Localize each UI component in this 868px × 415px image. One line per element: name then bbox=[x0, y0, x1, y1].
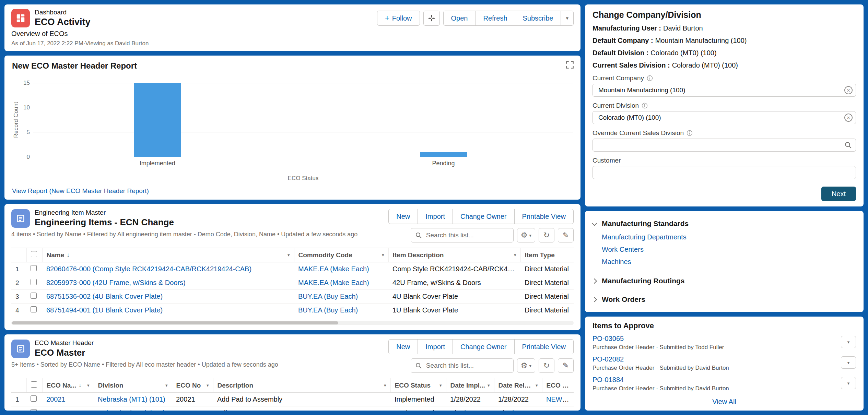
item-name-link[interactable]: 82059973-000 (42U Frame, w/Skins & Doors… bbox=[46, 279, 186, 286]
bar-pending[interactable] bbox=[420, 83, 467, 157]
accordion-header-manufacturing-routings[interactable]: Manufacturing Routings bbox=[593, 277, 856, 285]
row-checkbox[interactable] bbox=[31, 265, 37, 271]
list-refresh-button[interactable]: ↻ bbox=[539, 358, 554, 373]
customer-input[interactable] bbox=[593, 166, 856, 179]
bar[interactable] bbox=[134, 83, 181, 157]
column-header-date-released[interactable]: Date Rele... ▾ bbox=[494, 378, 542, 393]
chevron-down-icon: ▾ bbox=[847, 381, 850, 386]
chevron-down-icon[interactable]: ▾ bbox=[288, 252, 290, 258]
accordion-header-manufacturing-standards[interactable]: Manufacturing Standards bbox=[593, 220, 856, 228]
printable-view-button[interactable]: Printable View bbox=[514, 339, 574, 354]
follow-button[interactable]: + Follow bbox=[377, 11, 420, 26]
refresh-button[interactable]: Refresh bbox=[476, 11, 515, 26]
chevron-down-icon[interactable]: ▾ bbox=[488, 383, 490, 388]
machines-link[interactable]: Machines bbox=[602, 258, 856, 266]
change-owner-button[interactable]: Change Owner bbox=[453, 339, 515, 354]
chevron-down-icon[interactable]: ▾ bbox=[439, 383, 442, 388]
division-link[interactable]: Nebraska (MT1) (101) bbox=[98, 409, 165, 411]
printable-view-button[interactable]: Printable View bbox=[514, 209, 574, 224]
manufacturing-departments-link[interactable]: Manufacturing Departments bbox=[602, 233, 856, 241]
approval-actions-dropdown[interactable]: ▾ bbox=[841, 336, 856, 348]
current-division-input[interactable] bbox=[593, 111, 856, 124]
select-all-checkbox[interactable] bbox=[31, 381, 37, 388]
subscribe-button[interactable]: Subscribe bbox=[515, 11, 561, 26]
search-input[interactable] bbox=[411, 358, 514, 373]
eco-reason-link[interactable]: NEWDEV bbox=[546, 409, 574, 411]
commodity-code-link[interactable]: MAKE.EA (Make Each) bbox=[298, 279, 369, 286]
new-button[interactable]: New bbox=[388, 209, 418, 224]
chevron-down-icon[interactable]: ▾ bbox=[165, 383, 168, 388]
slack-share-button[interactable] bbox=[423, 11, 440, 26]
column-header-eco-reason[interactable]: ECO Re... bbox=[542, 378, 574, 393]
bar-implemented[interactable] bbox=[134, 83, 181, 157]
current-company-input[interactable] bbox=[593, 84, 856, 97]
item-name-link[interactable]: 68751536-002 (4U Blank Cover Plate) bbox=[46, 293, 163, 300]
change-owner-button[interactable]: Change Owner bbox=[453, 209, 515, 224]
list-edit-button[interactable]: ✎ bbox=[558, 228, 574, 242]
division-link[interactable]: Nebraska (MT1) (101) bbox=[98, 395, 165, 403]
open-button[interactable]: Open bbox=[443, 11, 476, 26]
approval-actions-dropdown[interactable]: ▾ bbox=[841, 377, 856, 389]
po-link[interactable]: PO-02082 bbox=[593, 355, 624, 363]
select-all-checkbox[interactable] bbox=[31, 251, 37, 257]
column-header-division[interactable]: Division ▾ bbox=[94, 378, 172, 393]
import-button[interactable]: Import bbox=[418, 209, 453, 224]
view-all-link[interactable]: View All bbox=[712, 398, 736, 405]
commodity-code-link[interactable]: BUY.EA (Buy Each) bbox=[298, 306, 358, 314]
search-input[interactable] bbox=[411, 228, 514, 242]
eco-name-link[interactable]: 20020 bbox=[46, 409, 66, 411]
import-button[interactable]: Import bbox=[418, 339, 453, 354]
row-checkbox[interactable] bbox=[31, 279, 37, 285]
eco-name-link[interactable]: 20021 bbox=[46, 395, 66, 403]
list-refresh-button[interactable]: ↻ bbox=[539, 228, 554, 242]
list-settings-button[interactable]: ⚙ ▾ bbox=[517, 228, 535, 242]
more-actions-dropdown[interactable]: ▾ bbox=[561, 11, 574, 26]
eco-reason-link[interactable]: NEWDEV bbox=[546, 395, 574, 403]
chevron-down-icon[interactable]: ▾ bbox=[382, 252, 384, 258]
chevron-down-icon[interactable]: ▾ bbox=[536, 383, 538, 388]
accordion-header-work-orders[interactable]: Work Orders bbox=[593, 295, 856, 304]
column-header-description[interactable]: Description ▾ bbox=[213, 378, 390, 393]
column-header-date-implemented[interactable]: Date Impl... ▾ bbox=[446, 378, 494, 393]
bar[interactable] bbox=[420, 152, 467, 157]
column-header-item-description[interactable]: Item Description ▾ bbox=[388, 248, 520, 262]
column-header-eco-no[interactable]: ECO No ▾ bbox=[172, 378, 213, 393]
commodity-code-link[interactable]: MAKE.EA (Make Each) bbox=[298, 265, 369, 273]
item-name-link[interactable]: 82060476-000 (Comp Style RCK4219424-CAB/… bbox=[46, 265, 251, 273]
horizontal-scrollbar[interactable] bbox=[11, 321, 574, 325]
column-header-item-type[interactable]: Item Type bbox=[520, 248, 574, 262]
expand-chart-button[interactable] bbox=[565, 60, 574, 70]
clear-icon[interactable]: × bbox=[844, 114, 853, 122]
po-link[interactable]: PO-01884 bbox=[593, 376, 624, 383]
list-actions: New Import Change Owner Printable View ⚙ bbox=[388, 339, 574, 373]
info-icon[interactable] bbox=[647, 75, 653, 81]
column-header-commodity-code[interactable]: Commodity Code ▾ bbox=[294, 248, 388, 262]
row-checkbox[interactable] bbox=[31, 409, 37, 411]
column-header-eco-status[interactable]: ECO Status ▾ bbox=[390, 378, 446, 393]
info-icon[interactable] bbox=[642, 103, 648, 109]
override-sales-division-input[interactable] bbox=[593, 139, 856, 152]
row-checkbox[interactable] bbox=[31, 293, 37, 299]
work-centers-link[interactable]: Work Centers bbox=[602, 246, 856, 253]
column-header-eco-name[interactable]: ECO Na... ↓ ▾ bbox=[42, 378, 94, 393]
info-icon[interactable] bbox=[687, 130, 693, 136]
chevron-down-icon[interactable]: ▾ bbox=[87, 383, 90, 388]
new-button[interactable]: New bbox=[388, 339, 418, 354]
approval-actions-dropdown[interactable]: ▾ bbox=[841, 356, 856, 369]
chevron-down-icon[interactable]: ▾ bbox=[384, 383, 386, 388]
clear-icon[interactable]: × bbox=[844, 86, 853, 94]
view-report-link[interactable]: View Report (New ECO Master Header Repor… bbox=[12, 187, 149, 195]
row-checkbox[interactable] bbox=[31, 395, 37, 402]
row-checkbox[interactable] bbox=[31, 306, 37, 312]
search-icon[interactable] bbox=[844, 141, 852, 149]
list-edit-button[interactable]: ✎ bbox=[558, 358, 574, 373]
po-link[interactable]: PO-03065 bbox=[593, 335, 624, 342]
scrollbar-thumb[interactable] bbox=[12, 321, 338, 324]
commodity-code-link[interactable]: BUY.EA (Buy Each) bbox=[298, 293, 358, 300]
next-button[interactable]: Next bbox=[821, 187, 856, 201]
column-header-name[interactable]: Name ↓ ▾ bbox=[42, 248, 294, 262]
list-settings-button[interactable]: ⚙ ▾ bbox=[517, 358, 535, 373]
chevron-down-icon[interactable]: ▾ bbox=[514, 252, 516, 258]
chevron-down-icon[interactable]: ▾ bbox=[207, 383, 209, 388]
item-name-link[interactable]: 68751494-001 (1U Blank Cover Plate) bbox=[46, 306, 163, 314]
